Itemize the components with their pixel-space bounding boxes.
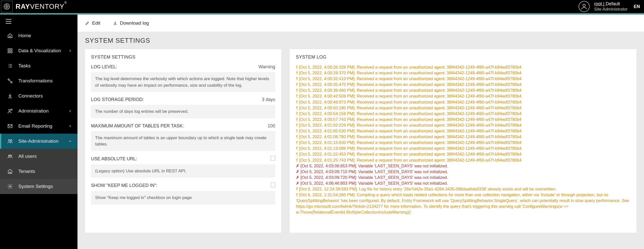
setting-row[interactable]: LOG LEVEL:Warning — [91, 64, 275, 70]
transform-icon — [7, 78, 13, 84]
edit-button[interactable]: Edit — [85, 20, 100, 26]
setting-description: Show "Keep me logged in" checkbox on log… — [91, 191, 275, 205]
setting-row[interactable]: MAXIMUM AMOUNT OF TABLES PER TASK:100 — [91, 123, 275, 129]
setting-description: The number of days log entries will be p… — [91, 105, 275, 118]
log-entry: ✗ [Oct 5, 2022, 4:06:46:803 PM]: Variabl… — [296, 180, 630, 186]
checkbox[interactable] — [271, 183, 275, 187]
brand-text: RAYVENTORY® — [16, 3, 67, 11]
setting-label: SHOW "KEEP ME LOGGED IN": — [91, 183, 157, 188]
actionbar: Edit Download log — [77, 15, 644, 32]
language-selector[interactable]: EN — [634, 4, 640, 9]
log-entry: ‼ [Oct 5, 2022, 4:00:42:506 PM]: Receive… — [296, 93, 630, 99]
log-entry: ‼ [Oct 5, 2022, 4:00:29:370 PM]: Receive… — [296, 70, 630, 76]
log-body[interactable]: ‼ [Oct 5, 2022, 4:00:26:326 PM]: Receive… — [296, 64, 633, 225]
sidebar-submenu: All users Tenants System Settings — [0, 149, 77, 194]
log-entry: ‼ [Oct 5, 2022, 4:01:05:530 PM]: Receive… — [296, 128, 630, 134]
svg-rect-4 — [8, 51, 10, 53]
user-name[interactable]: root — [594, 1, 602, 6]
user-tenant: Default — [606, 1, 620, 6]
sidebar-item-label: Transformations — [18, 78, 72, 84]
log-entry: ‼ [Oct 5, 2022, 4:00:50:180 PM]: Receive… — [296, 105, 630, 111]
sidebar-item-home[interactable]: Home — [0, 28, 77, 43]
sidebar-item-email-reporting[interactable]: Email Reporting — [0, 119, 77, 134]
setting-value — [271, 183, 275, 188]
setting-label: LOG LEVEL: — [91, 64, 117, 70]
setting-label: LOG STORAGE PERIOD: — [91, 97, 144, 102]
setting-row[interactable]: SHOW "KEEP ME LOGGED IN": — [91, 183, 275, 188]
edit-label: Edit — [92, 20, 100, 26]
sidebar-item-label: Tasks — [18, 63, 72, 69]
site-admin-icon — [7, 138, 13, 144]
download-icon — [7, 93, 13, 99]
list-icon — [7, 63, 13, 69]
setting-label: MAXIMUM AMOUNT OF TABLES PER TASK: — [91, 123, 184, 129]
brand-logo — [1, 1, 13, 12]
users-icon — [7, 154, 13, 159]
sidebar-item-label: Home — [18, 33, 72, 38]
setting-value: 100 — [268, 123, 275, 129]
log-panel-title: SYSTEM LOG — [296, 55, 633, 60]
setting-value: 3 days — [262, 97, 275, 102]
log-entry: ✗ [Oct 5, 2022, 4:03:09:710 PM]: Variabl… — [296, 169, 630, 175]
mail-icon — [7, 123, 13, 129]
home-icon — [7, 33, 13, 38]
dashboard-icon — [7, 48, 13, 54]
log-entry: ‼ [Oct 5, 2022, 4:00:32:410 PM]: Receive… — [296, 76, 630, 82]
sidebar-item-tasks[interactable]: Tasks — [0, 58, 77, 73]
svg-rect-10 — [8, 125, 12, 128]
log-entry: ‼ [Oct 5, 2022, 4:00:35:470 PM]: Receive… — [296, 82, 630, 87]
brand-part1: RAY — [16, 3, 30, 10]
svg-rect-2 — [8, 49, 10, 50]
log-entry: ‼ [Oct 5, 2022, 4:01:08:780 PM]: Receive… — [296, 134, 630, 140]
accent-strip — [0, 13, 644, 15]
log-entry: ‼ [Oct 6, 2022, 12:24:39:593 PM]: Log fi… — [296, 186, 630, 192]
setting-row[interactable]: USE ABSOLUTE URL: — [91, 156, 275, 162]
user-role: Site Administrator — [594, 7, 628, 12]
setting-description: (Legacy option) Use absolute URL in REST… — [91, 164, 275, 178]
log-entry: ‼ [Oct 5, 2022, 4:00:39:460 PM]: Receive… — [296, 87, 630, 93]
sidebar-item-label: Site-Administration — [18, 138, 68, 144]
svg-rect-5 — [11, 51, 12, 53]
setting-value: Warning — [259, 64, 275, 70]
sidebar-sub-tenants[interactable]: Tenants — [0, 164, 77, 179]
setting-value — [271, 156, 275, 162]
page-title: SYSTEM SETTINGS — [77, 32, 644, 49]
sidebar-item-connectors[interactable]: Connectors — [0, 88, 77, 104]
svg-point-14 — [10, 155, 12, 157]
sidebar-item-site-administration[interactable]: Site-Administration — [0, 134, 77, 149]
setting-description: The maximum amount of tables is an upper… — [91, 131, 275, 151]
download-label: Download log — [120, 20, 149, 26]
sidebar-sub-system-settings[interactable]: System Settings — [0, 179, 77, 194]
log-entry: ‼ [Oct 5, 2022, 4:01:02:226 PM]: Receive… — [296, 122, 630, 128]
sidebar-item-label: System Settings — [18, 184, 72, 189]
user-block[interactable]: root | Default Site Administrator — [579, 1, 628, 12]
sidebar-item-label: Data & Visualization — [18, 48, 68, 54]
sidebar-toggle[interactable] — [0, 15, 77, 28]
checkbox[interactable] — [271, 156, 275, 161]
sidebar-sub-all-users[interactable]: All users — [0, 149, 77, 164]
chevron-down-icon — [68, 139, 72, 143]
sidebar-item-label: All users — [18, 154, 72, 159]
log-entry: ‼ [Oct 5, 2022, 4:01:22:453 PM]: Receive… — [296, 151, 630, 157]
settings-panel: SYSTEM SETTINGS LOG LEVEL:WarningThe log… — [85, 49, 281, 233]
sidebar: Home Data & Visualization Tasks Transfor… — [0, 15, 77, 249]
sidebar-item-data-visualization[interactable]: Data & Visualization — [0, 43, 77, 58]
log-entry: ‼ [Oct 5, 2022, 4:00:54:156 PM]: Receive… — [296, 111, 630, 117]
download-icon — [113, 21, 117, 25]
svg-rect-3 — [11, 49, 12, 50]
log-entry: ✗ [Oct 5, 2022, 4:03:09:720 PM]: Variabl… — [296, 175, 630, 180]
setting-description: The log level determines the verbosity w… — [91, 72, 275, 92]
sidebar-item-label: Tenants — [18, 169, 72, 174]
log-entry: ‼ [Oct 5, 2022, 4:01:19:086 PM]: Receive… — [296, 145, 630, 151]
setting-row[interactable]: LOG STORAGE PERIOD:3 days — [91, 97, 275, 102]
sidebar-item-administration[interactable]: Administration — [0, 104, 77, 119]
svg-point-11 — [9, 140, 10, 141]
settings-panel-title: SYSTEM SETTINGS — [91, 55, 275, 60]
svg-point-15 — [9, 186, 11, 187]
log-entry: ‼ [Oct 5, 2022, 4:01:25:743 PM]: Receive… — [296, 157, 630, 163]
download-log-button[interactable]: Download log — [113, 20, 149, 26]
admin-icon — [7, 108, 13, 114]
sidebar-item-transformations[interactable]: Transformations — [0, 73, 77, 88]
gear-icon — [7, 184, 13, 189]
topbar: RAYVENTORY® root | Default Site Administ… — [0, 0, 644, 13]
